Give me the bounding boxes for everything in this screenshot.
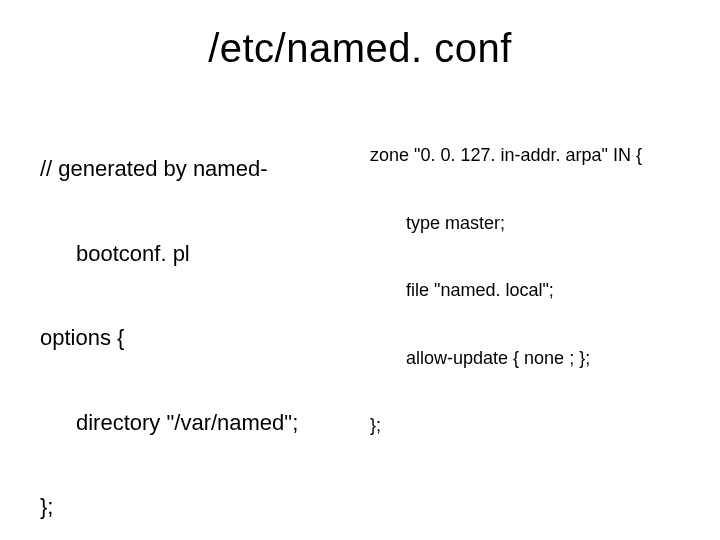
code-line: }; [40, 493, 350, 521]
code-block-zone-univ: zone "univ-tln. fr" IN { type master; fi… [370, 496, 680, 541]
code-block-zone-127: zone "0. 0. 127. in-addr. arpa" IN { typ… [370, 99, 680, 482]
code-line: }; [370, 414, 680, 437]
code-line: directory "/var/named"; [40, 409, 350, 437]
slide: /etc/named. conf // generated by named- … [0, 0, 720, 540]
code-line: file "named. local"; [370, 279, 680, 302]
left-column: // generated by named- bootconf. pl opti… [40, 99, 350, 540]
right-column: zone "0. 0. 127. in-addr. arpa" IN { typ… [370, 99, 680, 540]
code-block-left: // generated by named- bootconf. pl opti… [40, 99, 350, 540]
code-line: allow-update { none ; }; [370, 347, 680, 370]
slide-title: /etc/named. conf [40, 26, 680, 71]
code-line: // generated by named- [40, 155, 350, 183]
code-line: bootconf. pl [40, 240, 350, 268]
code-line: zone "0. 0. 127. in-addr. arpa" IN { [370, 144, 680, 167]
content-columns: // generated by named- bootconf. pl opti… [40, 99, 680, 540]
code-line: options { [40, 324, 350, 352]
code-line: type master; [370, 212, 680, 235]
